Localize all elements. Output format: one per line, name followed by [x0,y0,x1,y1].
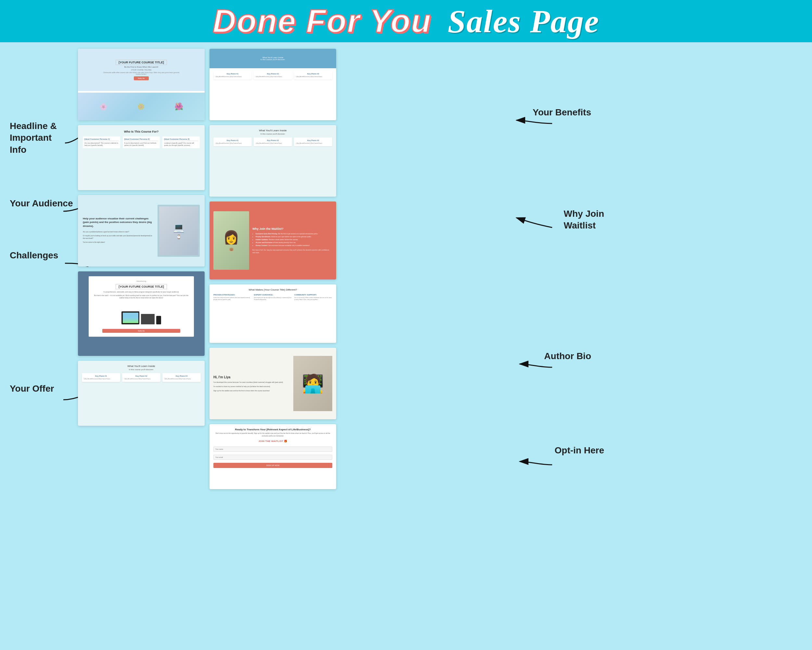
learn-card-3-items: • [Key Benefit/Outcome] • [Key Feature/T… [296,142,330,144]
hero-tagline: Be the First to Know When We Launch! [124,66,159,68]
right-benefit-3-title: Key Point #3 [296,73,330,75]
offer-intro: Introducing [93,280,190,282]
benefit-card-3-title: Key Point #3 [164,375,199,377]
monitor-screen [123,313,138,323]
right-benefit-1-items: • [Key Benefit/Outcome] • [Key Feature/T… [215,76,250,78]
right-benefit-2-title: Key Point #2 [256,73,290,75]
waitlist-item-5: Bonus Content: Get exclusive bonuses ava… [256,244,332,247]
different-col-3: COMMUNITY SUPPORT: Join a community of l… [294,294,332,301]
author-para2: I'm excited to share my proven method to… [214,385,290,388]
right-benefit-3-items: • [Key Benefit/Outcome] • [Key Feature/T… [296,76,330,78]
hero-flower-center: 🌼 [137,103,145,110]
main-content: Headline & Important Info Your Audience … [0,42,812,650]
right-benefit-card-2: Key Point #2 • [Key Benefit/Outcome] • [… [254,71,292,80]
person-icon: 👩 [223,230,240,245]
benefits-preview-cards: Key Point #1 • [Key Benefit/Outcome] • [… [82,373,201,382]
label-your-offer: Your Offer [10,384,54,394]
label-challenges: Challenges [10,250,58,261]
optin-email-field[interactable] [214,455,332,460]
optin-section: Ready to Transform Your [Relevant Aspect… [209,424,336,489]
offer-devices [93,301,190,324]
author-photo-placeholder: 🧑‍💻 [293,356,332,411]
different-col2-text: Get insights and tips directly from [You… [254,297,292,301]
learn-card-3-title: Key Point #3 [296,139,330,141]
audience-col-3: [Ideal Customer Persona 3] Looking to [s… [162,136,200,148]
hero-decorative-area: 🌸 🌼 🌺 [78,93,205,120]
waitlist-item-4: Access and Exclusive all beta testing di… [256,241,332,244]
hero-notify-button[interactable]: Notify Me [134,76,148,80]
author-section: Hi, I'm Liya I've developed this course … [209,348,336,419]
offer-section: Introducing [YOUR FUTURE COURSE TITLE] A… [78,271,205,356]
right-benefit-2-items: • [Key Benefit/Outcome] • [Key Feature/T… [256,76,290,78]
audience-col-1: [Ideal Customer Persona 1] Are you [desc… [83,136,120,148]
persona1-title: [Ideal Customer Persona 1] [84,138,119,141]
title-sales-page: Sales Page [447,3,599,39]
waitlist-item-3: Insider Updates: Receive sneak peeks beh… [256,238,332,241]
learn-card-2-title: Key Point #2 [256,139,290,141]
header-title: Done For You Sales Page [213,5,600,38]
persona3-title: [Ideal Customer Persona 3] [164,138,198,141]
left-column: [YOUR FUTURE COURSE TITLE] Be the First … [78,49,205,489]
benefits-bar-sub: In this course you'll discover: [261,58,285,60]
different-col2-title: EXPERT GUIDANCE: [254,294,292,296]
challenges-laptop-icon: 💻 [173,222,185,233]
author-content: Hi, I'm Liya I've developed this course … [214,375,290,392]
optin-submit-button[interactable]: SIGN UP NOW [214,463,332,468]
challenges-para3: You've come to the right place! [83,241,153,243]
title-done-for-you: Done For You [213,3,432,39]
learn-cards: Key Point #1 • [Key Benefit/Outcome] • [… [214,138,332,146]
optin-description: Don't miss out on the opportunity to [sp… [214,432,332,437]
challenges-watch-icon: ⌚ [176,235,181,239]
optin-title: Ready to Transform Your [Relevant Aspect… [214,428,332,431]
different-title: What Makes [Your Course Title] Different… [214,288,332,291]
benefit-card-3-items: • [Key Benefit/Outcome] • [Key Feature/T… [164,378,199,380]
right-benefit-1-title: Key Point #1 [215,73,250,75]
author-para1: I've developed this course because I've … [214,381,290,384]
different-col3-title: COMMUNITY SUPPORT: [294,294,332,296]
hero-section: [YOUR FUTURE COURSE TITLE] Be the First … [78,49,205,120]
benefits-preview-section: What You'll Learn Inside In this course … [78,361,205,426]
offer-title: [YOUR FUTURE COURSE TITLE] [116,284,167,289]
person-bag-icon: 👜 [229,247,234,251]
author-title: Hi, I'm Liya [214,375,290,379]
right-column: What You'll Learn Inside In this course … [209,49,336,489]
offer-note: But here's the catch -- it's not availab… [93,294,190,299]
learn-card-2-items: • [Key Benefit/Outcome] • [Key Feature/T… [256,142,290,144]
optin-name-field[interactable] [214,447,332,452]
label-audience: Your Audience [10,198,73,209]
right-benefit-card-3: Key Point #3 • [Key Benefit/Outcome] • [… [294,71,332,80]
offer-button[interactable]: Notify Me [102,329,180,333]
benefit-card-1-title: Key Point #1 [84,375,118,377]
audience-columns: [Ideal Customer Persona 1] Are you [desc… [83,136,200,148]
offer-inner: Introducing [YOUR FUTURE COURSE TITLE] A… [89,276,194,337]
hero-flower-left: 🌸 [99,103,107,110]
challenges-section: Help your audience visualize their curre… [78,195,205,266]
waitlist-section: 👩 👜 Why Join the Waitlist? Exclusive Ear… [209,202,336,280]
waitlist-content: Why Join the Waitlist? Exclusive Early B… [252,227,332,254]
challenges-text: Help your audience visualize their curre… [83,217,153,245]
waitlist-items-list: Exclusive Early Bird Pricing: Be the fir… [252,232,332,247]
persona2-title: [Ideal Customer Persona 2] [124,138,159,141]
different-columns: PROVEN STRATEGIES: Learn from tried and … [214,294,332,301]
author-photo: 🧑‍💻 [293,356,332,411]
hero-course-title: [YOUR FUTURE COURSE TITLE] [116,60,167,65]
learn-card-1-title: Key Point #1 [215,139,250,141]
persona2-text: If you're [description], you'll find our… [124,142,159,147]
hero-description: Cheesecake waffle toffee caramel cake ca… [102,72,180,75]
device-laptop [141,314,155,324]
benefit-card-2-title: Key Point #2 [124,375,159,377]
right-benefits-cards: Key Point #1 • [Key Benefit/Outcome] • [… [214,71,332,80]
different-col-1: PROVEN STRATEGIES: Learn from tried and … [214,294,251,301]
challenges-img-inner: 💻 ⌚ [159,206,198,255]
device-phone [156,316,161,324]
benefit-card-1-items: • [Key Benefit/Outcome] • [Key Feature/T… [84,378,118,380]
columns-wrapper: [YOUR FUTURE COURSE TITLE] Be the First … [78,49,344,489]
hero-flower-right: 🌺 [174,102,183,111]
different-col1-title: PROVEN STRATEGIES: [214,294,251,296]
learn-section: What You'll Learn Inside In this course … [209,125,336,197]
persona1-text: Are you [description]? This course is ta… [84,142,119,147]
hero-tagline2: [YOUR COURSE TAGLINE] [125,69,158,71]
benefit-card-2-items: • [Key Benefit/Outcome] • [Key Feature/T… [124,378,159,380]
benefit-card-3: Key Point #3 • [Key Benefit/Outcome] • [… [162,373,201,382]
learn-card-1-items: • [Key Benefit/Outcome] • [Key Feature/T… [215,142,250,144]
